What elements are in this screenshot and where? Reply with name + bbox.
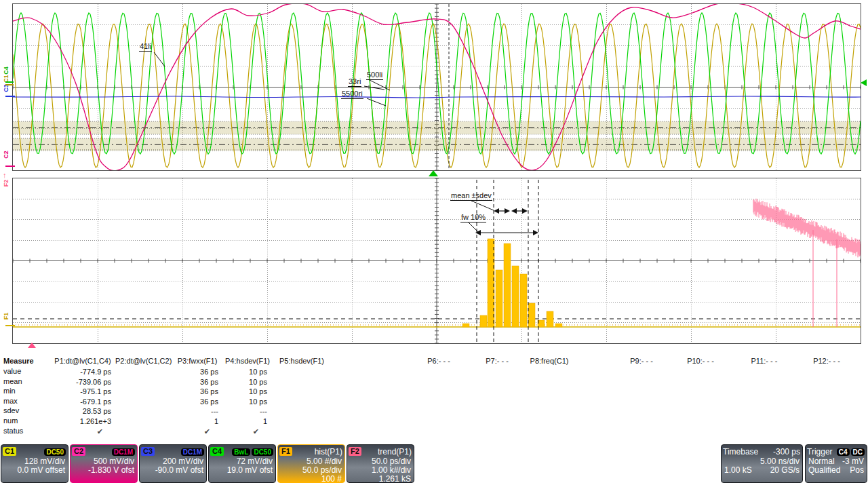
channel-badge-c1: C1 <box>3 447 16 456</box>
measure-value: 10 ps <box>225 397 269 408</box>
measure-param-header[interactable]: P4:hsdev(F1) <box>225 357 269 367</box>
waveform-grid[interactable]: 41li500li33ri5500ri <box>12 3 861 171</box>
measure-param-header[interactable]: P2:dt@lv(C1,C2) <box>115 357 170 367</box>
f2-up-arrow-icon: ↑ <box>3 171 7 179</box>
measure-value <box>279 397 324 408</box>
descriptor-line: 0.0 mV offset <box>1 466 68 475</box>
histogram-bar <box>488 239 494 327</box>
measure-value: 36 ps <box>175 397 220 408</box>
trace-level-marker[interactable] <box>5 84 14 85</box>
measure-column-p12: P12:- - - <box>806 357 848 368</box>
histogram-bar <box>512 266 519 327</box>
measure-row-label-num: num <box>3 416 18 427</box>
measure-value <box>115 427 170 438</box>
trace-label-f1[interactable]: F1 <box>3 311 9 321</box>
annotation-leader <box>367 98 386 106</box>
measure-value: 36 ps <box>175 378 220 388</box>
channel-badge-c4: C4 <box>210 447 224 456</box>
measure-param-header[interactable]: P1:dt@lv(C1,C4) <box>53 357 113 367</box>
trigger-descriptor[interactable]: TriggerC4DCNormal-3 mVQualifiedPos <box>805 444 867 483</box>
f2-position-marker[interactable] <box>28 343 36 348</box>
trace-level-marker[interactable] <box>5 96 15 97</box>
histogram-trend-grid[interactable]: mean ±sdevfw 10% <box>12 178 861 344</box>
descriptor-f1[interactable]: F1hist(P1)5.00 #/div50.0 ps/div100 # <box>277 444 345 483</box>
measure-param-header[interactable]: P9:- - - <box>623 357 660 367</box>
descriptor-f2[interactable]: F2trend(P1)50.0 ps/div1.00 k#/div1.261 k… <box>347 444 414 483</box>
coupling-badge: DC50 <box>252 448 273 456</box>
trace-level-marker[interactable] <box>5 166 15 167</box>
measure-column-p9: P9:- - - <box>623 357 660 368</box>
measure-value: 36 ps <box>175 387 220 397</box>
measure-column-p11: P11:- - - <box>743 357 785 368</box>
measure-value: -774.9 ps <box>53 368 113 378</box>
descriptor-c2[interactable]: C2DC1M500 mV/div-1.830 V ofst <box>70 444 138 483</box>
timebase-samples: 1.00 kS <box>724 466 752 475</box>
measure-value <box>279 387 324 397</box>
descriptor-line: 19.0 mV ofst <box>209 466 275 475</box>
trigger-time-marker[interactable] <box>429 170 438 176</box>
annotation-fw-10-: fw 10% <box>460 214 486 222</box>
measure-value: 10 ps <box>225 368 269 378</box>
measure-param-header[interactable]: P12:- - - <box>806 357 848 367</box>
measure-value <box>115 378 170 388</box>
measure-value: -739.06 ps <box>53 378 113 388</box>
measure-value: 10 ps <box>225 387 269 397</box>
descriptor-c4[interactable]: C4BwLDC5072 mV/div19.0 mV ofst <box>208 444 276 483</box>
measure-value: 10 ps <box>225 378 269 388</box>
measure-param-header[interactable]: P5:hsdev(F1) <box>279 357 324 367</box>
trigger-label: Trigger <box>807 447 833 457</box>
measure-value <box>279 368 324 378</box>
timebase-descriptor[interactable]: Timebase-300 ps 5.00 ns/div 1.00 kS20 GS… <box>721 444 803 483</box>
descriptor-c1[interactable]: C1DC50128 mV/div0.0 mV offset <box>1 444 68 483</box>
measure-value <box>279 417 324 427</box>
measure-row-label-mean: mean <box>3 377 22 387</box>
measure-value: -975.1 ps <box>53 387 113 397</box>
measure-value <box>115 397 170 408</box>
measure-value: -679.1 ps <box>53 397 113 408</box>
measure-column-p1: P1:dt@lv(C1,C4)-774.9 ps-739.06 ps-975.1… <box>53 357 113 437</box>
measure-table: Measure valuemeanminmaxsdevnumstatusP1:d… <box>0 356 868 444</box>
trace-level-marker[interactable] <box>5 325 15 326</box>
measure-param-header[interactable]: P8:freq(C1) <box>524 357 575 367</box>
function-title: hist(P1) <box>315 447 342 457</box>
measure-param-header[interactable]: P3:fwxx(F1) <box>175 357 220 367</box>
timebase-label: Timebase <box>723 447 758 457</box>
histogram-bar <box>462 324 469 327</box>
channel-badge-c2: C2 <box>72 447 85 456</box>
measure-value <box>115 407 170 417</box>
trigger-row-right: Pos <box>850 466 864 475</box>
trigger-source-badge: DC <box>851 448 865 456</box>
measure-column-p6: P6:- - - <box>422 357 456 368</box>
measure-row-label-status: status <box>3 427 23 437</box>
measure-param-header[interactable]: P10:- - - <box>679 357 722 367</box>
descriptor-line: -90.0 mV ofst <box>140 466 206 475</box>
oscilloscope-screen: 41li500li33ri5500ri mean ±sdevfw 10% Mea… <box>0 0 868 485</box>
annotation-mean-sdev: mean ±sdev <box>450 192 492 201</box>
measure-value <box>279 427 324 438</box>
measure-column-p2: P2:dt@lv(C1,C2) <box>115 357 170 437</box>
measure-value <box>115 417 170 427</box>
annotation-33ri: 33ri <box>348 78 361 87</box>
trace-level-marker[interactable] <box>5 81 14 83</box>
measure-row-label-max: max <box>3 397 18 407</box>
level-band <box>13 138 861 151</box>
trace-label-f2[interactable]: F2 <box>3 178 9 188</box>
measure-param-header[interactable]: P7:- - - <box>480 357 514 367</box>
measure-value: 28.53 ps <box>53 407 113 417</box>
trigger-source-badge: C4 <box>837 448 850 456</box>
trace-label-c2[interactable]: C2 <box>3 150 9 159</box>
measure-param-header[interactable]: P6:- - - <box>422 357 456 367</box>
histogram-bar <box>496 270 502 327</box>
descriptor-bar: C1DC50128 mV/div0.0 mV offsetC2DC1M500 m… <box>0 444 868 484</box>
trigger-level-marker[interactable] <box>861 79 867 86</box>
measure-value: 36 ps <box>175 368 220 378</box>
measure-value: 1 <box>175 417 220 427</box>
measure-row-label-min: min <box>3 387 16 397</box>
measure-value <box>115 387 170 397</box>
histogram-bar <box>547 311 553 327</box>
measure-value <box>279 407 324 417</box>
descriptor-line: -1.830 V ofst <box>71 466 137 475</box>
descriptor-c3[interactable]: C3DC1M200 mV/div-90.0 mV ofst <box>139 444 207 483</box>
measure-param-header[interactable]: P11:- - - <box>743 357 785 367</box>
measure-value <box>279 378 324 388</box>
